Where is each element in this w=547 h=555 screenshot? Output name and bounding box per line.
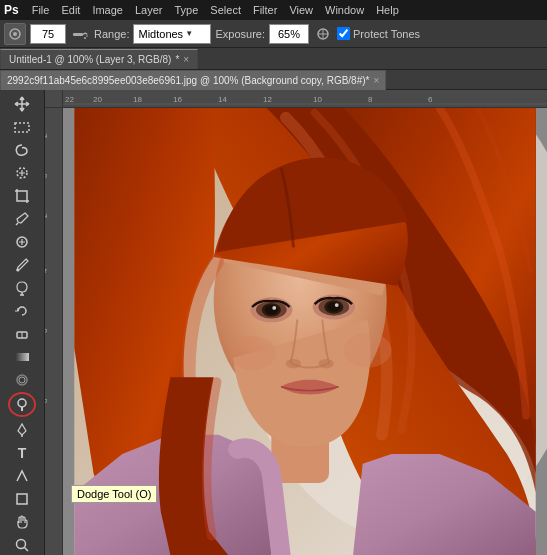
svg-point-18	[18, 399, 26, 407]
svg-point-22	[17, 539, 26, 548]
menu-type[interactable]: Type	[170, 4, 204, 16]
menu-bar: Ps File Edit Image Layer Type Select Fil…	[0, 0, 547, 20]
tool-quick-select[interactable]	[7, 163, 37, 184]
exposure-input[interactable]: 65%	[269, 24, 309, 44]
tool-move[interactable]	[7, 94, 37, 115]
app-logo: Ps	[4, 3, 19, 17]
tool-blur[interactable]	[7, 369, 37, 390]
tool-zoom[interactable]	[7, 534, 37, 555]
tool-brush[interactable]	[7, 255, 37, 276]
svg-point-49	[265, 305, 278, 315]
tool-shape[interactable]	[7, 488, 37, 509]
svg-point-3	[84, 37, 86, 39]
range-label: Range:	[94, 28, 129, 40]
tool-clone-stamp[interactable]	[7, 278, 37, 299]
svg-rect-6	[15, 123, 29, 132]
secondary-tab-close[interactable]: ×	[373, 75, 379, 86]
svg-point-57	[318, 359, 333, 369]
options-bar: 75 Range: Midtones ▼ Exposure: 65% Prote…	[0, 20, 547, 48]
tool-spot-heal[interactable]	[7, 232, 37, 253]
svg-rect-2	[73, 33, 83, 36]
svg-text:4: 4	[45, 268, 49, 273]
svg-rect-21	[17, 494, 27, 504]
svg-text:22: 22	[65, 95, 74, 104]
ruler-horizontal: 22 20 18 16 14 12 10 8 6	[63, 90, 547, 108]
svg-point-50	[272, 306, 276, 310]
svg-text:6: 6	[45, 328, 49, 333]
tooltip-text: Dodge Tool (O)	[77, 488, 151, 500]
svg-point-17	[19, 377, 25, 383]
toolbar: T	[0, 90, 45, 555]
tool-crop[interactable]	[7, 186, 37, 207]
tool-hand[interactable]	[7, 511, 37, 532]
svg-text:12: 12	[263, 95, 272, 104]
menu-window[interactable]: Window	[320, 4, 369, 16]
tool-pen[interactable]	[7, 419, 37, 440]
svg-point-1	[13, 32, 17, 36]
svg-point-4	[86, 35, 88, 37]
svg-point-59	[343, 333, 391, 368]
svg-text:6: 6	[428, 95, 433, 104]
tool-lasso[interactable]	[7, 140, 37, 161]
menu-help[interactable]: Help	[371, 4, 404, 16]
svg-text:8: 8	[368, 95, 373, 104]
svg-text:0: 0	[45, 173, 49, 178]
svg-text:10: 10	[313, 95, 322, 104]
menu-edit[interactable]: Edit	[56, 4, 85, 16]
primary-tab-bar: Untitled-1 @ 100% (Layer 3, RGB/8) * ×	[0, 48, 547, 70]
primary-tab-close[interactable]: ×	[183, 54, 189, 65]
svg-text:20: 20	[93, 95, 102, 104]
protect-tones-checkbox[interactable]	[337, 27, 350, 40]
tool-eraser[interactable]	[7, 324, 37, 345]
svg-point-10	[17, 269, 20, 272]
svg-text:8: 8	[45, 398, 49, 403]
svg-text:18: 18	[133, 95, 142, 104]
svg-point-58	[228, 336, 276, 371]
secondary-tab-bar: 2992c9f11ab45e6c8995ee003e8e6961.jpg @ 1…	[0, 70, 547, 90]
svg-text:14: 14	[218, 95, 227, 104]
secondary-tab-label: 2992c9f11ab45e6c8995ee003e8e6961.jpg @ 1…	[7, 75, 366, 86]
svg-text:16: 16	[173, 95, 182, 104]
brush-preset-picker[interactable]	[4, 23, 26, 45]
canvas-area[interactable]: 22 20 18 16 14 12 10 8 6 2 0 2 4 6	[45, 90, 547, 555]
tool-gradient[interactable]	[7, 346, 37, 367]
primary-tab-label: Untitled-1 @ 100% (Layer 3, RGB/8)	[9, 54, 171, 65]
svg-line-23	[25, 547, 29, 551]
ruler-corner	[45, 90, 63, 108]
menu-filter[interactable]: Filter	[248, 4, 282, 16]
tool-path-select[interactable]	[7, 465, 37, 486]
svg-point-54	[327, 302, 340, 312]
range-dropdown-arrow: ▼	[185, 29, 193, 38]
protect-tones-label: Protect Tones	[353, 28, 420, 40]
menu-view[interactable]: View	[284, 4, 318, 16]
brush-options-icon[interactable]	[70, 24, 90, 44]
workspace: T 22 20 18 16 14	[0, 90, 547, 555]
secondary-tab[interactable]: 2992c9f11ab45e6c8995ee003e8e6961.jpg @ 1…	[0, 70, 386, 90]
tool-history-brush[interactable]	[7, 301, 37, 322]
secondary-tab-asterisk: *	[366, 75, 370, 86]
svg-point-55	[335, 303, 339, 307]
tool-eyedropper[interactable]	[7, 209, 37, 230]
brush-size-input[interactable]: 75	[30, 24, 66, 44]
svg-rect-15	[15, 353, 29, 361]
exposure-adjust-icon[interactable]	[313, 24, 333, 44]
protect-tones-area[interactable]: Protect Tones	[337, 27, 420, 40]
primary-tab-asterisk: *	[175, 54, 179, 65]
tool-dodge[interactable]	[8, 392, 36, 417]
menu-select[interactable]: Select	[205, 4, 246, 16]
dodge-tool-tooltip: Dodge Tool (O)	[71, 485, 157, 503]
svg-text:2: 2	[45, 133, 49, 138]
menu-layer[interactable]: Layer	[130, 4, 168, 16]
svg-point-56	[286, 359, 301, 369]
primary-tab[interactable]: Untitled-1 @ 100% (Layer 3, RGB/8) * ×	[0, 49, 198, 69]
svg-text:2: 2	[45, 213, 49, 218]
svg-line-8	[16, 223, 18, 225]
ruler-vertical: 2 0 2 4 6 8	[45, 108, 63, 555]
range-dropdown[interactable]: Midtones ▼	[133, 24, 211, 44]
menu-file[interactable]: File	[27, 4, 55, 16]
tool-text[interactable]: T	[7, 442, 37, 463]
exposure-label: Exposure:	[215, 28, 265, 40]
menu-image[interactable]: Image	[87, 4, 128, 16]
tool-marquee[interactable]	[7, 117, 37, 138]
